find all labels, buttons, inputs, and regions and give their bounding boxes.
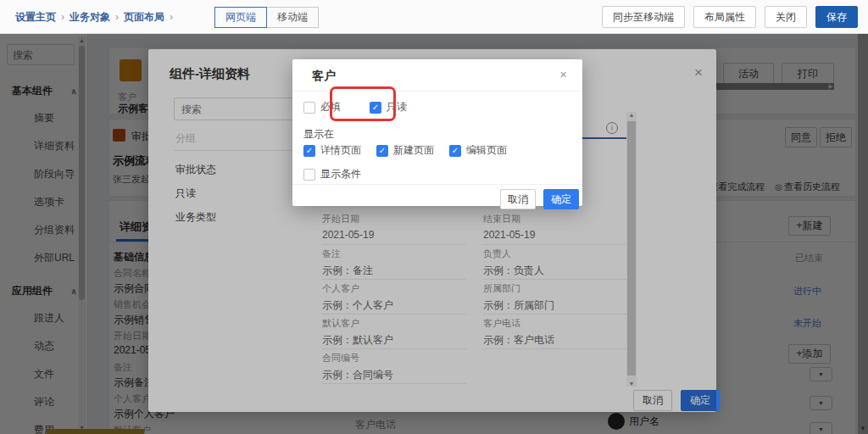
platform-tabs: 网页端 移动端 <box>214 7 319 28</box>
layout-properties-button[interactable]: 布局属性 <box>693 6 756 28</box>
modal-field[interactable]: 所属部门 示例：所属部门 <box>483 280 627 314</box>
group-item[interactable]: 只读 <box>175 181 303 205</box>
field-value: 2021-05-19 <box>322 229 466 241</box>
modal-field[interactable]: 负责人 示例：负责人 <box>483 245 627 280</box>
breadcrumb-separator-icon: › <box>170 11 173 23</box>
field-value: 2021-05-19 <box>483 229 627 241</box>
modal-field[interactable]: 备注 示例：备注 <box>322 245 466 280</box>
field-value: 示例：个人客户 <box>322 298 466 313</box>
breadcrumb-item[interactable]: 页面布局 › <box>124 10 173 25</box>
attribute-checkbox-row: 必填 只读 <box>303 100 407 114</box>
display-option-checkbox-group[interactable]: 新建页面 <box>376 143 434 158</box>
breadcrumb-item[interactable]: 业务对象 › <box>70 10 119 25</box>
checkbox[interactable] <box>376 145 388 157</box>
modal-scrollbar[interactable]: ▲ ▼ <box>626 112 637 387</box>
group-item[interactable]: 审批状态 <box>175 158 303 181</box>
display-condition-checkbox-group[interactable]: 显示条件 <box>303 167 361 181</box>
required-checkbox-group[interactable]: 必填 <box>303 100 341 114</box>
display-option-checkbox-group[interactable]: 编辑页面 <box>449 143 507 158</box>
checkbox-required[interactable] <box>303 102 315 114</box>
field-label: 客户电话 <box>483 317 627 330</box>
display-option-checkbox-group[interactable]: 详情页面 <box>303 143 361 158</box>
field-label: 默认客户 <box>322 317 466 330</box>
modal-field[interactable]: 合同编号 示例：合同编号 <box>322 349 466 384</box>
field-value: 示例：客户电话 <box>483 333 627 348</box>
modal-field-grid: 开始日期 2021-05-19 结束日期 2021-05-19 备注 示例：备注… <box>322 210 627 384</box>
divider <box>292 184 582 185</box>
field-value: 示例：合同编号 <box>322 368 466 382</box>
field-label: 负责人 <box>483 248 627 260</box>
scroll-down-icon[interactable]: ▼ <box>626 381 637 387</box>
customer-field-modal: 客户 × 必填 只读 显示在 详情页面 新建页面 编辑页面 <box>292 59 582 206</box>
modal-title: 客户 <box>312 69 336 84</box>
topbar-actions: 同步至移动端 布局属性 关闭 保存 <box>602 6 858 28</box>
checkbox-label: 详情页面 <box>320 143 361 158</box>
tab-web[interactable]: 网页端 <box>214 7 267 28</box>
checkbox[interactable] <box>303 145 315 157</box>
modal-field[interactable]: 默认客户 示例：默认客户 <box>322 314 466 349</box>
modal-field[interactable]: 客户电话 示例：客户电话 <box>483 314 627 349</box>
divider <box>292 91 582 92</box>
checkbox-label: 必填 <box>320 100 341 114</box>
display-in-label: 显示在 <box>303 127 334 142</box>
breadcrumb-label[interactable]: 页面布局 <box>124 10 164 25</box>
save-button[interactable]: 保存 <box>815 6 858 28</box>
cancel-button[interactable]: 取消 <box>633 390 672 411</box>
close-icon[interactable]: × <box>694 64 703 81</box>
display-options-row: 详情页面 新建页面 编辑页面 <box>303 143 507 158</box>
field-label: 备注 <box>322 248 466 260</box>
field-label: 个人客户 <box>322 282 466 295</box>
breadcrumb-separator-icon: › <box>61 11 64 23</box>
divider <box>174 150 301 151</box>
tab-mobile[interactable]: 移动端 <box>266 7 319 28</box>
breadcrumb: 设置主页 › 业务对象 › 页面布局 › <box>15 0 173 34</box>
breadcrumb-separator-icon: › <box>115 11 119 23</box>
group-item[interactable]: 业务类型 <box>175 205 303 229</box>
breadcrumb-label[interactable]: 设置主页 <box>15 10 56 25</box>
field-label: 开始日期 <box>322 213 466 225</box>
condition-row: 显示条件 <box>303 167 361 181</box>
checkbox-readonly[interactable] <box>370 102 381 114</box>
field-value: 示例：备注 <box>322 264 466 278</box>
info-icon[interactable]: i <box>606 122 618 134</box>
readonly-checkbox-group[interactable]: 只读 <box>370 100 407 114</box>
modal-title: 组件-详细资料 <box>170 66 250 82</box>
modal-field[interactable]: 结束日期 2021-05-19 <box>483 210 627 245</box>
sync-to-mobile-button[interactable]: 同步至移动端 <box>602 6 685 28</box>
checkbox-label: 编辑页面 <box>466 143 507 158</box>
confirm-button[interactable]: 确定 <box>681 390 720 411</box>
field-value: 示例：负责人 <box>483 264 627 278</box>
close-icon[interactable]: × <box>559 67 567 81</box>
checkbox-label: 新建页面 <box>393 143 434 158</box>
topbar: 设置主页 › 业务对象 › 页面布局 › 网页端 移动端 同步至移动端 布局属性… <box>0 0 868 34</box>
breadcrumb-item[interactable]: 设置主页 › <box>15 10 64 25</box>
cancel-button[interactable]: 取消 <box>500 189 536 209</box>
breadcrumb-label[interactable]: 业务对象 <box>70 10 110 25</box>
field-value: 示例：默认客户 <box>322 333 466 348</box>
group-label: 分组 <box>175 131 196 146</box>
close-button[interactable]: 关闭 <box>765 6 807 28</box>
modal-field[interactable]: 开始日期 2021-05-19 <box>322 210 466 245</box>
checkbox-display-condition[interactable] <box>303 169 315 181</box>
field-label: 所属部门 <box>483 282 627 295</box>
checkbox-label: 只读 <box>387 100 407 114</box>
confirm-button[interactable]: 确定 <box>543 189 579 209</box>
field-value: 示例：所属部门 <box>483 298 627 313</box>
field-label: 合同编号 <box>322 352 466 364</box>
field-label: 结束日期 <box>483 213 627 225</box>
modal-field[interactable]: 个人客户 示例：个人客户 <box>322 280 466 314</box>
scroll-up-icon[interactable]: ▲ <box>626 112 637 118</box>
scrollbar-thumb[interactable] <box>627 121 636 376</box>
group-list: 审批状态 只读 业务类型 <box>175 158 303 229</box>
checkbox[interactable] <box>449 145 461 157</box>
checkbox-label: 显示条件 <box>320 167 361 181</box>
